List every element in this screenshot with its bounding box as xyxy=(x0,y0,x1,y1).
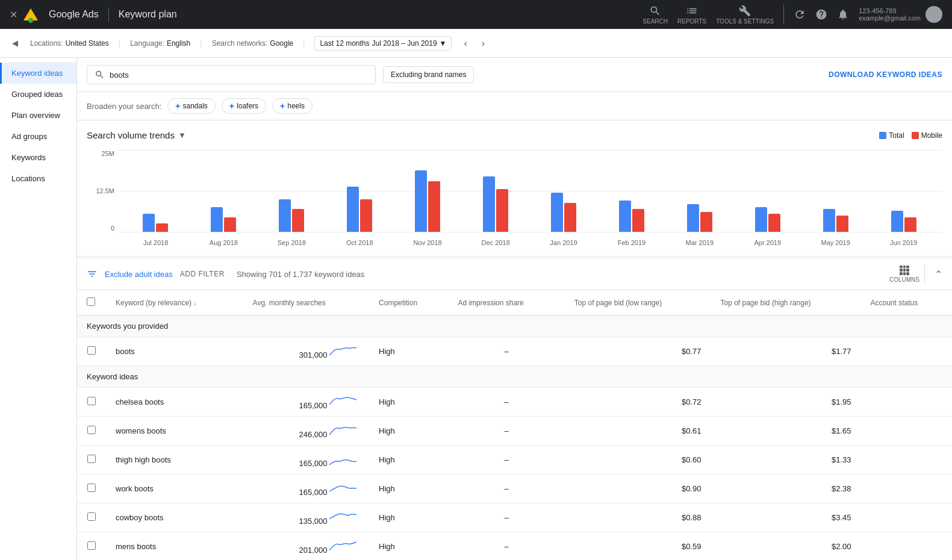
bid-low-cell: $0.59 xyxy=(565,532,711,561)
table-row: cowboy boots 135,000 High – $0.88 $3.45 xyxy=(77,503,952,532)
search-box[interactable] xyxy=(87,65,376,84)
avg-searches-cell: 246,000 xyxy=(243,417,369,446)
row-checkbox[interactable] xyxy=(87,397,96,405)
account-status-cell xyxy=(861,337,952,366)
collapse-sidebar-button[interactable]: ◀ xyxy=(10,36,20,50)
date-next-button[interactable]: › xyxy=(479,36,487,51)
date-prev-button[interactable]: ‹ xyxy=(461,36,469,51)
th-competition-label: Competition xyxy=(379,299,417,307)
sidebar-item-locations[interactable]: Locations xyxy=(0,168,76,189)
row-checkbox[interactable] xyxy=(87,346,96,355)
ad-share-cell: – xyxy=(448,337,564,366)
bar-mobile xyxy=(428,181,440,232)
row-checkbox-cell xyxy=(77,446,106,474)
th-avg-searches: Avg. monthly searches xyxy=(243,290,369,316)
chart-dropdown-icon[interactable]: ▼ xyxy=(178,131,186,140)
ad-share-cell: – xyxy=(448,503,564,532)
refresh-button[interactable] xyxy=(794,8,806,20)
broaden-tag-heels[interactable]: + heels xyxy=(272,98,313,114)
sparkline-chart xyxy=(329,343,359,358)
help-button[interactable] xyxy=(815,8,827,20)
provided-section-header: Keywords you provided xyxy=(77,316,952,337)
tools-nav-button[interactable]: TOOLS & SETTINGS xyxy=(716,5,774,25)
search-nav-button[interactable]: SEARCH xyxy=(642,5,668,25)
bid-low-cell: $0.77 xyxy=(565,337,711,366)
row-checkbox[interactable] xyxy=(87,512,96,521)
broaden-tag-loafers[interactable]: + loafers xyxy=(222,98,266,114)
x-axis-label: Oct 2018 xyxy=(326,239,394,246)
legend-total-label: Total xyxy=(889,131,904,140)
x-axis-label: Feb 2019 xyxy=(597,239,665,246)
columns-button[interactable]: COLUMNS xyxy=(889,266,919,283)
chevron-down-icon: ▼ xyxy=(440,39,447,48)
network-filter: Search networks: Google xyxy=(212,39,293,48)
legend-mobile-color xyxy=(912,132,919,139)
exclude-adult-button[interactable]: Exclude adult ideas xyxy=(105,270,173,279)
row-checkbox[interactable] xyxy=(87,484,96,492)
bar-group xyxy=(597,201,665,232)
account-status-cell xyxy=(861,474,952,503)
reports-nav-button[interactable]: REPORTS xyxy=(677,5,706,25)
nav-separator xyxy=(783,5,784,24)
language-value: English xyxy=(167,39,190,48)
download-keyword-ideas-button[interactable]: DOWNLOAD KEYWORD IDEAS xyxy=(829,70,942,79)
bar-mobile xyxy=(360,199,372,232)
row-checkbox[interactable] xyxy=(87,541,96,550)
table-row: chelsea boots 165,000 High – $0.72 $1.95 xyxy=(77,388,952,417)
sidebar-item-label: Ad groups xyxy=(11,132,47,141)
broaden-tag-sandals[interactable]: + sandals xyxy=(167,98,216,114)
plus-icon: + xyxy=(175,101,180,111)
competition-cell: High xyxy=(369,446,448,474)
bar-group xyxy=(258,199,326,232)
broaden-tag-label: heels xyxy=(287,102,305,110)
location-value: United States xyxy=(66,39,109,48)
collapse-chart-button[interactable]: ⌃ xyxy=(935,269,942,280)
account-avatar[interactable] xyxy=(926,6,942,23)
notifications-button[interactable] xyxy=(837,8,849,20)
sidebar-item-ad-groups[interactable]: Ad groups xyxy=(0,126,76,147)
avg-searches-cell: 165,000 xyxy=(243,474,369,503)
sidebar-item-keywords[interactable]: Keywords xyxy=(0,147,76,168)
broaden-tag-label: sandals xyxy=(182,102,207,110)
x-axis-label: Jan 2019 xyxy=(530,239,598,246)
avg-searches-cell: 201,000 xyxy=(243,532,369,561)
th-bid-high: Top of page bid (high range) xyxy=(711,290,860,316)
th-select-all[interactable] xyxy=(77,290,106,316)
date-range-button[interactable]: Last 12 months Jul 2018 – Jun 2019 ▼ xyxy=(314,36,452,51)
account-phone: 123-456-789 xyxy=(859,7,921,14)
exclude-brand-names-button[interactable]: Excluding brand names xyxy=(383,66,474,83)
x-axis-label: May 2019 xyxy=(801,239,870,246)
keyword-search-input[interactable] xyxy=(110,70,368,79)
row-checkbox[interactable] xyxy=(87,426,96,434)
sparkline-chart xyxy=(329,452,359,466)
ad-share-cell: – xyxy=(448,417,564,446)
bid-low-cell: $0.90 xyxy=(565,474,711,503)
bar-mobile xyxy=(904,217,916,232)
sidebar: Keyword ideas Grouped ideas Plan overvie… xyxy=(0,58,77,560)
main-layout: Keyword ideas Grouped ideas Plan overvie… xyxy=(0,58,952,560)
add-filter-button[interactable]: ADD FILTER xyxy=(180,270,225,278)
avg-searches-cell: 135,000 xyxy=(243,503,369,532)
account-info: 123-456-789 example@gmail.com xyxy=(859,6,942,23)
bar-mobile xyxy=(156,223,168,232)
row-checkbox[interactable] xyxy=(87,455,96,463)
close-icon[interactable]: ✕ xyxy=(10,9,17,20)
competition-cell: High xyxy=(369,417,448,446)
table-row: mens boots 201,000 High – $0.59 $2.00 xyxy=(77,532,952,561)
nav-left: ✕ Google Ads Keyword plan xyxy=(10,6,177,23)
bid-high-cell: $1.77 xyxy=(711,337,860,366)
sidebar-item-label: Keyword ideas xyxy=(11,69,63,78)
chart-title: Search volume trends xyxy=(87,130,175,140)
keyword-cell: chelsea boots xyxy=(106,388,243,417)
account-status-cell xyxy=(861,388,952,417)
sidebar-item-grouped-ideas[interactable]: Grouped ideas xyxy=(0,84,76,105)
sidebar-item-keyword-ideas[interactable]: Keyword ideas xyxy=(0,63,76,84)
location-label: Locations: xyxy=(30,39,63,48)
select-all-checkbox[interactable] xyxy=(87,297,95,306)
sidebar-item-plan-overview[interactable]: Plan overview xyxy=(0,105,76,126)
th-keyword[interactable]: Keyword (by relevance) ↓ xyxy=(106,290,243,316)
legend-mobile-label: Mobile xyxy=(921,131,942,140)
x-labels: Jul 2018Aug 2018Sep 2018Oct 2018Nov 2018… xyxy=(117,239,942,246)
bar-total xyxy=(483,176,495,232)
account-status-cell xyxy=(861,532,952,561)
